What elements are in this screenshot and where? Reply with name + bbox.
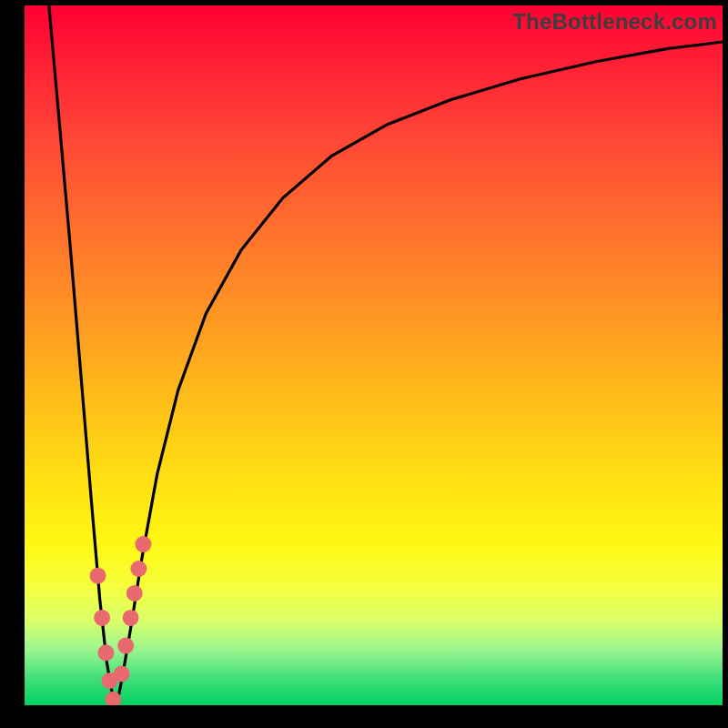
highlight-dots <box>90 536 152 705</box>
highlight-dot <box>130 561 147 577</box>
highlight-dot <box>126 585 143 602</box>
highlight-dot <box>114 665 130 682</box>
curve-right-branch <box>116 42 723 705</box>
highlight-dot <box>90 568 106 584</box>
curve-layer <box>25 5 723 705</box>
highlight-dot <box>94 610 110 626</box>
highlight-dot <box>135 536 151 552</box>
highlight-dot <box>123 610 139 626</box>
curve-left-branch <box>49 5 116 705</box>
highlight-dot <box>97 644 114 661</box>
highlight-dot <box>117 638 134 654</box>
plot-area: TheBottleneck.com <box>25 5 723 705</box>
chart-frame: TheBottleneck.com <box>0 0 728 728</box>
